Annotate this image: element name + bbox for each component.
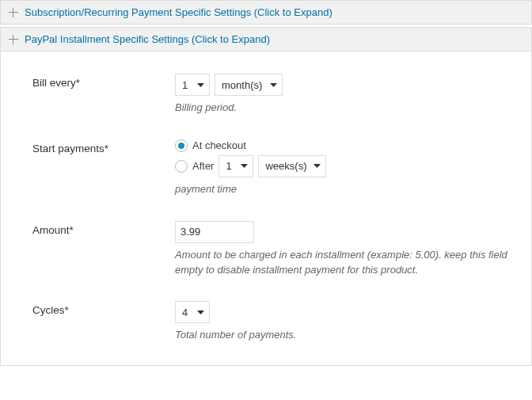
field-start-payments: Start payments* At checkout After 1 week… (32, 139, 509, 197)
bill-every-unit-select[interactable]: month(s) (215, 74, 283, 96)
start-payments-option-checkout: At checkout (192, 139, 246, 151)
bill-every-help: Billing period. (175, 101, 509, 116)
installment-panel: Bill every* 1 month(s) Billing period. S… (0, 51, 532, 366)
start-payments-help: payment time (175, 182, 509, 197)
field-cycles: Cycles* 4 Total number of payments. (32, 301, 509, 343)
start-payments-radio-checkout[interactable] (175, 139, 188, 152)
start-payments-option-after: After (192, 160, 214, 172)
expand-icon (9, 35, 18, 44)
accordion-installment-title: PayPal Installment Specific Settings (Cl… (25, 33, 270, 45)
expand-icon (9, 8, 18, 17)
bill-every-number-select[interactable]: 1 (175, 74, 210, 96)
cycles-select[interactable]: 4 (175, 301, 210, 323)
start-payments-radio-after[interactable] (175, 160, 188, 173)
start-payments-after-unit-select[interactable]: weeks(s) (258, 155, 326, 177)
cycles-help: Total number of payments. (175, 328, 509, 343)
accordion-subscription[interactable]: Subscription/Recurring Payment Specific … (0, 0, 532, 25)
accordion-subscription-title: Subscription/Recurring Payment Specific … (25, 6, 332, 18)
bill-every-label: Bill every* (32, 74, 175, 89)
start-payments-label: Start payments* (32, 139, 175, 154)
start-payments-after-number-select[interactable]: 1 (218, 155, 253, 177)
field-amount: Amount* Amount to be charged in each ins… (32, 221, 509, 278)
field-bill-every: Bill every* 1 month(s) Billing period. (32, 74, 509, 116)
amount-label: Amount* (32, 221, 175, 236)
cycles-label: Cycles* (32, 301, 175, 316)
accordion-installment[interactable]: PayPal Installment Specific Settings (Cl… (0, 27, 532, 51)
amount-help: Amount to be charged in each installment… (175, 248, 509, 278)
amount-input[interactable] (175, 221, 254, 243)
